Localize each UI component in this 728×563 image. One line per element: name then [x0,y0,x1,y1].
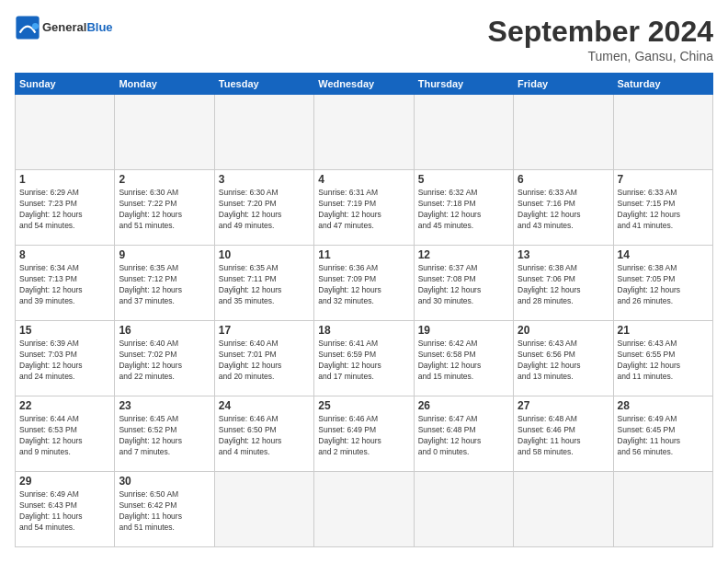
day-info: Sunrise: 6:31 AM Sunset: 7:19 PM Dayligh… [318,188,409,232]
day-number: 5 [418,173,509,186]
table-row: 30Sunrise: 6:50 AM Sunset: 6:42 PM Dayli… [115,472,214,547]
day-info: Sunrise: 6:35 AM Sunset: 7:11 PM Dayligh… [219,263,310,307]
table-row [514,95,613,170]
day-info: Sunrise: 6:36 AM Sunset: 7:09 PM Dayligh… [318,263,409,307]
day-number: 10 [219,248,310,261]
calendar-row: 15Sunrise: 6:39 AM Sunset: 7:03 PM Dayli… [16,321,713,396]
day-info: Sunrise: 6:46 AM Sunset: 6:49 PM Dayligh… [318,414,409,458]
table-row: 12Sunrise: 6:37 AM Sunset: 7:08 PM Dayli… [414,246,513,321]
day-info: Sunrise: 6:47 AM Sunset: 6:48 PM Dayligh… [418,414,509,458]
calendar-table: Sunday Monday Tuesday Wednesday Thursday… [15,73,713,547]
location: Tumen, Gansu, China [488,49,713,63]
day-info: Sunrise: 6:35 AM Sunset: 7:12 PM Dayligh… [119,263,210,307]
table-row: 15Sunrise: 6:39 AM Sunset: 7:03 PM Dayli… [16,321,115,396]
header-wednesday: Wednesday [314,74,414,95]
header-saturday: Saturday [613,74,712,95]
header-friday: Friday [514,74,613,95]
table-row [314,95,414,170]
day-number: 20 [518,324,609,337]
svg-point-1 [32,23,39,29]
day-number: 7 [618,173,709,186]
table-row [613,95,712,170]
day-number: 11 [318,248,409,261]
table-row: 9Sunrise: 6:35 AM Sunset: 7:12 PM Daylig… [115,246,214,321]
header-monday: Monday [115,74,214,95]
day-info: Sunrise: 6:40 AM Sunset: 7:02 PM Dayligh… [119,339,210,383]
table-row: 1Sunrise: 6:29 AM Sunset: 7:23 PM Daylig… [16,170,115,246]
table-row: 25Sunrise: 6:46 AM Sunset: 6:49 PM Dayli… [314,396,414,472]
day-info: Sunrise: 6:49 AM Sunset: 6:45 PM Dayligh… [618,414,709,458]
day-number: 30 [119,475,210,488]
day-number: 27 [518,399,609,412]
day-number: 9 [119,248,210,261]
logo: GeneralBlue [15,15,113,40]
table-row: 26Sunrise: 6:47 AM Sunset: 6:48 PM Dayli… [414,396,513,472]
table-row: 2Sunrise: 6:30 AM Sunset: 7:22 PM Daylig… [115,170,214,246]
day-number: 19 [418,324,509,337]
day-number: 23 [119,399,210,412]
day-number: 22 [19,399,110,412]
table-row: 6Sunrise: 6:33 AM Sunset: 7:16 PM Daylig… [514,170,613,246]
day-number: 17 [219,324,310,337]
day-info: Sunrise: 6:30 AM Sunset: 7:20 PM Dayligh… [219,188,310,232]
day-number: 28 [618,399,709,412]
day-info: Sunrise: 6:45 AM Sunset: 6:52 PM Dayligh… [119,414,210,458]
day-number: 24 [219,399,310,412]
table-row: 28Sunrise: 6:49 AM Sunset: 6:45 PM Dayli… [613,396,712,472]
day-number: 3 [219,173,310,186]
table-row: 22Sunrise: 6:44 AM Sunset: 6:53 PM Dayli… [16,396,115,472]
calendar-row: 8Sunrise: 6:34 AM Sunset: 7:13 PM Daylig… [16,246,713,321]
day-info: Sunrise: 6:41 AM Sunset: 6:59 PM Dayligh… [318,339,409,383]
table-row [214,95,313,170]
day-info: Sunrise: 6:37 AM Sunset: 7:08 PM Dayligh… [418,263,509,307]
day-number: 21 [618,324,709,337]
calendar-row [16,95,713,170]
table-row: 24Sunrise: 6:46 AM Sunset: 6:50 PM Dayli… [214,396,313,472]
day-number: 1 [19,173,110,186]
day-info: Sunrise: 6:40 AM Sunset: 7:01 PM Dayligh… [219,339,310,383]
table-row: 13Sunrise: 6:38 AM Sunset: 7:06 PM Dayli… [514,246,613,321]
table-row: 7Sunrise: 6:33 AM Sunset: 7:15 PM Daylig… [613,170,712,246]
table-row: 8Sunrise: 6:34 AM Sunset: 7:13 PM Daylig… [16,246,115,321]
day-number: 14 [618,248,709,261]
table-row: 23Sunrise: 6:45 AM Sunset: 6:52 PM Dayli… [115,396,214,472]
table-row [314,472,414,547]
calendar-row: 22Sunrise: 6:44 AM Sunset: 6:53 PM Dayli… [16,396,713,472]
day-info: Sunrise: 6:43 AM Sunset: 6:55 PM Dayligh… [618,339,709,383]
day-number: 16 [119,324,210,337]
day-number: 4 [318,173,409,186]
header-thursday: Thursday [414,74,513,95]
table-row: 21Sunrise: 6:43 AM Sunset: 6:55 PM Dayli… [613,321,712,396]
day-info: Sunrise: 6:44 AM Sunset: 6:53 PM Dayligh… [19,414,110,458]
day-number: 8 [19,248,110,261]
day-number: 12 [418,248,509,261]
table-row [414,472,513,547]
day-info: Sunrise: 6:29 AM Sunset: 7:23 PM Dayligh… [19,188,110,232]
month-title: September 2024 [488,15,713,49]
header: GeneralBlue September 2024 Tumen, Gansu,… [15,15,713,63]
day-number: 26 [418,399,509,412]
table-row: 14Sunrise: 6:38 AM Sunset: 7:05 PM Dayli… [613,246,712,321]
table-row: 20Sunrise: 6:43 AM Sunset: 6:56 PM Dayli… [514,321,613,396]
day-number: 6 [518,173,609,186]
day-number: 18 [318,324,409,337]
day-info: Sunrise: 6:30 AM Sunset: 7:22 PM Dayligh… [119,188,210,232]
table-row: 3Sunrise: 6:30 AM Sunset: 7:20 PM Daylig… [214,170,313,246]
table-row: 5Sunrise: 6:32 AM Sunset: 7:18 PM Daylig… [414,170,513,246]
page: GeneralBlue September 2024 Tumen, Gansu,… [0,0,728,563]
table-row [414,95,513,170]
day-number: 15 [19,324,110,337]
calendar-header-row: Sunday Monday Tuesday Wednesday Thursday… [16,74,713,95]
day-info: Sunrise: 6:33 AM Sunset: 7:16 PM Dayligh… [518,188,609,232]
table-row: 4Sunrise: 6:31 AM Sunset: 7:19 PM Daylig… [314,170,414,246]
day-info: Sunrise: 6:38 AM Sunset: 7:05 PM Dayligh… [618,263,709,307]
calendar-row: 29Sunrise: 6:49 AM Sunset: 6:43 PM Dayli… [16,472,713,547]
table-row: 19Sunrise: 6:42 AM Sunset: 6:58 PM Dayli… [414,321,513,396]
table-row [115,95,214,170]
day-number: 29 [19,475,110,488]
table-row: 27Sunrise: 6:48 AM Sunset: 6:46 PM Dayli… [514,396,613,472]
calendar-row: 1Sunrise: 6:29 AM Sunset: 7:23 PM Daylig… [16,170,713,246]
day-number: 2 [119,173,210,186]
table-row [16,95,115,170]
day-info: Sunrise: 6:42 AM Sunset: 6:58 PM Dayligh… [418,339,509,383]
